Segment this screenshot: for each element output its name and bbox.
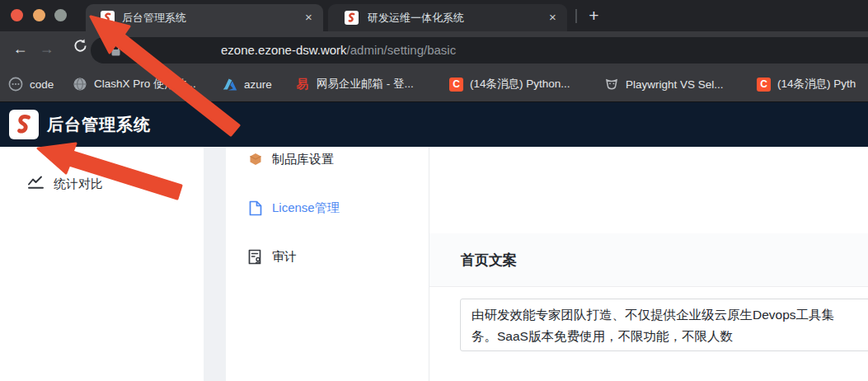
audit-file-icon — [247, 249, 263, 265]
menu-item-label: License管理 — [272, 200, 340, 216]
menu-item-label: 审计 — [272, 249, 297, 265]
settings-menu-panel: 制品库设置 License管理 审计 — [226, 147, 429, 381]
bookmark-code[interactable]: code — [8, 67, 54, 101]
azure-icon — [223, 77, 237, 92]
bookmarks-bar: code ClashX Pro 使用教... azure 易 网易企业邮箱 - … — [0, 67, 868, 102]
bookmark-label: 网易企业邮箱 - 登... — [317, 77, 414, 92]
bookmark-azure[interactable]: azure — [223, 67, 272, 101]
bookmark-playwright[interactable]: Playwright VS Sel... — [604, 67, 724, 101]
url-path: /admin/setting/basic — [347, 43, 457, 57]
bookmark-csdn-python-2[interactable]: C (14条消息) Pyth — [757, 67, 856, 101]
window-zoom-button[interactable] — [54, 9, 67, 21]
sidebar-gutter — [204, 147, 226, 381]
bookmark-label: (14条消息) Pyth — [777, 77, 856, 92]
screenshot-root: { "browser": { "tabs": [ { "title": "后台管… — [0, 0, 868, 381]
csdn-icon: C — [757, 78, 771, 92]
browser-tabstrip: 后台管理系统 × 研发运维一体化系统 × + — [0, 0, 868, 31]
tab-close-icon[interactable]: × — [302, 11, 316, 25]
window-minimize-button[interactable] — [33, 9, 45, 21]
reload-button[interactable] — [69, 38, 91, 60]
lock-icon[interactable] — [110, 44, 121, 60]
code-icon — [8, 77, 23, 92]
ezone-favicon — [101, 11, 115, 25]
netease-icon: 易 — [295, 77, 310, 92]
package-icon — [247, 152, 263, 167]
new-tab-button[interactable]: + — [583, 5, 605, 27]
ezone-favicon — [345, 11, 359, 25]
menu-item-audit[interactable]: 审计 — [226, 242, 429, 270]
bookmark-label: ClashX Pro 使用教... — [94, 77, 196, 92]
bookmark-csdn-python[interactable]: C (14条消息) Python... — [449, 67, 570, 101]
license-file-icon — [247, 200, 263, 216]
tab-close-icon[interactable]: × — [546, 11, 560, 25]
homepage-copy-line1: 由研发效能专家团队打造、不仅提供企业级云原生Devops工具集 — [472, 304, 868, 326]
forward-button[interactable]: → — [35, 38, 58, 60]
bookmark-netease-mail[interactable]: 易 网易企业邮箱 - 登... — [295, 67, 414, 101]
playwright-icon — [604, 77, 619, 92]
bookmark-label: (14条消息) Python... — [470, 77, 570, 92]
bookmark-label: azure — [244, 78, 272, 91]
sidebar-item-statistics[interactable]: 统计对比 — [0, 167, 204, 200]
browser-toolbar: ← → ezone.ezone-dsw.work/admin/setting/b… — [0, 31, 868, 67]
bookmark-label: code — [30, 78, 54, 91]
menu-item-artifact-repo-settings[interactable]: 制品库设置 — [226, 145, 429, 173]
main-content: 首页文案 由研发效能专家团队打造、不仅提供企业级云原生Devops工具集 务。S… — [429, 147, 868, 381]
menu-item-label: 制品库设置 — [272, 152, 334, 167]
section-title: 首页文案 — [461, 233, 868, 287]
tab-admin-system[interactable]: 后台管理系统 × — [86, 4, 323, 31]
page-title: 后台管理系统 — [47, 102, 151, 147]
tab-title: 后台管理系统 — [122, 4, 186, 31]
globe-icon — [73, 77, 87, 92]
homepage-copy-line2: 务。SaaS版本免费使用，不限功能，不限人数 — [472, 326, 868, 347]
bookmark-label: Playwright VS Sel... — [626, 78, 724, 91]
address-bar[interactable]: ezone.ezone-dsw.work/admin/setting/basic — [91, 37, 868, 64]
bookmark-clashx[interactable]: ClashX Pro 使用教... — [73, 67, 196, 101]
tab-separator — [575, 9, 577, 23]
url-domain: ezone.ezone-dsw.work — [221, 43, 347, 57]
url-text: ezone.ezone-dsw.work/admin/setting/basic — [221, 37, 456, 64]
menu-item-license-management[interactable]: License管理 — [226, 194, 429, 222]
tab-devops-system[interactable]: 研发运维一体化系统 × — [328, 4, 567, 31]
primary-sidebar: 统计对比 — [0, 147, 204, 381]
back-button[interactable]: ← — [9, 38, 31, 60]
homepage-copy-input[interactable]: 由研发效能专家团队打造、不仅提供企业级云原生Devops工具集 务。SaaS版本… — [460, 299, 868, 351]
ezone-logo — [9, 110, 39, 139]
csdn-icon: C — [449, 78, 463, 92]
window-close-button[interactable] — [11, 9, 23, 21]
tab-title: 研发运维一体化系统 — [368, 4, 464, 31]
sidebar-item-label: 统计对比 — [54, 176, 103, 192]
section-header: 首页文案 — [429, 233, 868, 287]
trend-chart-icon — [27, 174, 45, 194]
